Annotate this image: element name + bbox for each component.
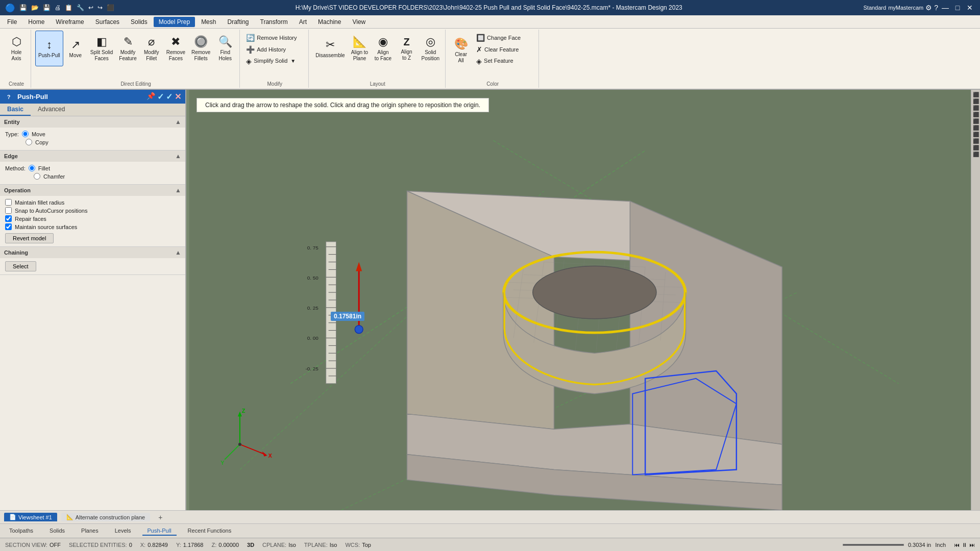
align-to-z-btn[interactable]: Z Alignto Z (396, 31, 418, 66)
ribbon-group-color: 🎨 ClearAll 🔲 Change Face ✗ Clear Feature… (447, 30, 539, 88)
operation-section-header[interactable]: Operation ▲ (0, 185, 185, 196)
minimize-btn[interactable]: — (940, 4, 950, 12)
clear-all-btn[interactable]: 🎨 ClearAll (450, 33, 472, 68)
tab-push-pull[interactable]: Push-Pull (142, 527, 177, 536)
panel-close-btn[interactable]: ✕ (175, 92, 181, 102)
align-to-face-btn[interactable]: ◉ Alignto Face (372, 31, 395, 66)
push-pull-btn[interactable]: ↕ Push-Pull (35, 31, 63, 66)
tab-recent-functions[interactable]: Recent Functions (183, 527, 237, 536)
viewsheet-add-btn[interactable]: + (154, 512, 166, 522)
align-to-plane-btn[interactable]: 📐 Align toPlane (349, 31, 371, 66)
remove-fillets-icon: 🔘 (194, 35, 208, 48)
simplify-solid-btn[interactable]: ◈ Simplify Solid ▼ (244, 56, 305, 67)
panel-help-btn[interactable]: ? (4, 92, 13, 102)
method-fillet-radio[interactable] (29, 165, 35, 171)
sidebar-icon-6[interactable]: ⬛ (973, 125, 979, 131)
right-sidebar: ⬛ ⬛ ⬛ ⬛ ⬛ ⬛ ⬛ ⬛ ⬛ ⬛ (971, 90, 980, 510)
mode-indicator: 3D (247, 542, 254, 548)
clear-feature-btn[interactable]: ✗ Clear Feature (474, 44, 535, 55)
set-feature-btn[interactable]: ◈ Set Feature (474, 56, 535, 67)
clear-all-icon: 🎨 (454, 37, 468, 51)
sidebar-icon-3[interactable]: ⬛ (973, 105, 979, 111)
snap-autocursor-checkbox[interactable] (5, 207, 12, 214)
menu-transform[interactable]: Transform (255, 17, 293, 27)
wcs-label: WCS: (345, 542, 360, 548)
split-solid-faces-btn[interactable]: ◧ Split SolidFaces (88, 31, 115, 66)
remove-history-btn[interactable]: 🔄 Remove History (244, 33, 305, 43)
remove-fillets-btn[interactable]: 🔘 RemoveFillets (189, 31, 213, 66)
chaining-section-header[interactable]: Chaining ▲ (0, 247, 185, 258)
tab-basic[interactable]: Basic (0, 104, 31, 116)
snap-autocursor-label: Snap to AutoCursor positions (15, 208, 87, 214)
panel-pin-btn[interactable]: 📌 (146, 92, 155, 102)
find-holes-btn[interactable]: 🔍 FindHoles (214, 31, 236, 66)
menu-surfaces[interactable]: Surfaces (90, 17, 125, 27)
add-history-btn[interactable]: ➕ Add History (244, 44, 305, 55)
menu-view[interactable]: View (347, 17, 371, 27)
tab-planes[interactable]: Planes (76, 527, 104, 536)
3d-scene[interactable]: 0. 75 0. 50 0. 25 0. 00 -0. 25 Z (186, 90, 980, 510)
sidebar-icon-2[interactable]: ⬛ (973, 98, 979, 104)
sidebar-icon-7[interactable]: ⬛ (973, 132, 979, 137)
edge-section-header[interactable]: Edge ▲ (0, 151, 185, 162)
method-fillet-label: Fillet (38, 165, 50, 171)
menu-mesh[interactable]: Mesh (196, 17, 221, 27)
bottom-tabs-bar: Toolpaths Solids Planes Levels Push-Pull… (0, 523, 980, 538)
menu-file[interactable]: File (2, 17, 22, 27)
play-back-btn[interactable]: ⏮ (954, 542, 960, 548)
sidebar-icon-10[interactable]: ⬛ (973, 152, 979, 157)
menu-drafting[interactable]: Drafting (222, 17, 254, 27)
play-fwd-btn[interactable]: ⏭ (969, 542, 975, 548)
sidebar-icon-4[interactable]: ⬛ (973, 112, 979, 117)
menu-machine[interactable]: Machine (313, 17, 346, 27)
solid-position-btn[interactable]: ◎ SolidPosition (419, 31, 443, 66)
type-copy-row: Copy (5, 139, 180, 145)
help-icon[interactable]: ? (934, 4, 938, 12)
viewport[interactable]: ⊕ AutoCursor ▼ ⊹ ⊡ ⊞ · | △ ◁ ▽ ▷ | ↩ ↪ C… (186, 90, 980, 510)
tab-levels[interactable]: Levels (110, 527, 136, 536)
maintain-fillet-checkbox[interactable] (5, 199, 12, 206)
maximize-btn[interactable]: □ (952, 4, 963, 12)
hole-axis-btn[interactable]: ⬡ HoleAxis (5, 31, 28, 66)
move-btn[interactable]: ↗ Move (64, 31, 87, 66)
sidebar-icon-8[interactable]: ⬛ (973, 138, 979, 144)
repair-faces-checkbox[interactable] (5, 215, 12, 222)
disassemble-btn[interactable]: ✂ Disassemble (313, 31, 347, 66)
panel-ok-btn[interactable]: ✓ (157, 92, 164, 102)
panel-title: Push-Pull (17, 93, 48, 101)
sidebar-icon-1[interactable]: ⬛ (973, 92, 979, 97)
play-pause-btn[interactable]: ⏸ (962, 542, 967, 548)
edge-collapse-icon: ▲ (175, 153, 181, 160)
viewsheet-tab-1[interactable]: 📄 Viewsheet #1 (4, 513, 57, 521)
change-face-btn[interactable]: 🔲 Change Face (474, 33, 535, 43)
modify-feature-btn[interactable]: ✎ ModifyFeature (116, 31, 139, 66)
type-copy-radio[interactable] (26, 139, 32, 145)
modify-fillet-btn[interactable]: ⌀ ModifyFillet (140, 31, 163, 66)
menu-solids[interactable]: Solids (126, 17, 153, 27)
tab-solids[interactable]: Solids (44, 527, 70, 536)
chaining-collapse-icon: ▲ (175, 249, 181, 256)
type-move-radio[interactable] (22, 131, 29, 137)
chaining-select-btn[interactable]: Select (5, 261, 36, 271)
menu-home[interactable]: Home (23, 17, 50, 27)
viewsheet-tab-2[interactable]: 📐 Alternate construction plane (61, 513, 150, 521)
add-history-icon: ➕ (246, 45, 255, 54)
operation-label: Operation (4, 187, 31, 193)
tab-advanced[interactable]: Advanced (31, 104, 72, 116)
panel-apply-btn[interactable]: ✓ (166, 92, 173, 102)
remove-faces-btn[interactable]: ✖ RemoveFaces (164, 31, 188, 66)
method-chamfer-radio[interactable] (34, 173, 40, 180)
sidebar-icon-5[interactable]: ⬛ (973, 118, 979, 124)
sidebar-icon-9[interactable]: ⬛ (973, 145, 979, 151)
menu-modelprep[interactable]: Model Prep (154, 17, 195, 27)
direct-editing-label: Direct Editing (120, 80, 151, 87)
revert-model-btn[interactable]: Revert model (5, 233, 54, 243)
close-btn[interactable]: ✕ (965, 4, 975, 12)
entity-section-content: Type: Move Copy (0, 128, 185, 150)
maintain-surfaces-checkbox[interactable] (5, 223, 12, 230)
settings-icon[interactable]: ⚙ (925, 4, 932, 12)
entity-section-header[interactable]: Entity ▲ (0, 116, 185, 128)
menu-wireframe[interactable]: Wireframe (51, 17, 89, 27)
menu-art[interactable]: Art (294, 17, 312, 27)
tab-toolpaths[interactable]: Toolpaths (4, 527, 38, 536)
